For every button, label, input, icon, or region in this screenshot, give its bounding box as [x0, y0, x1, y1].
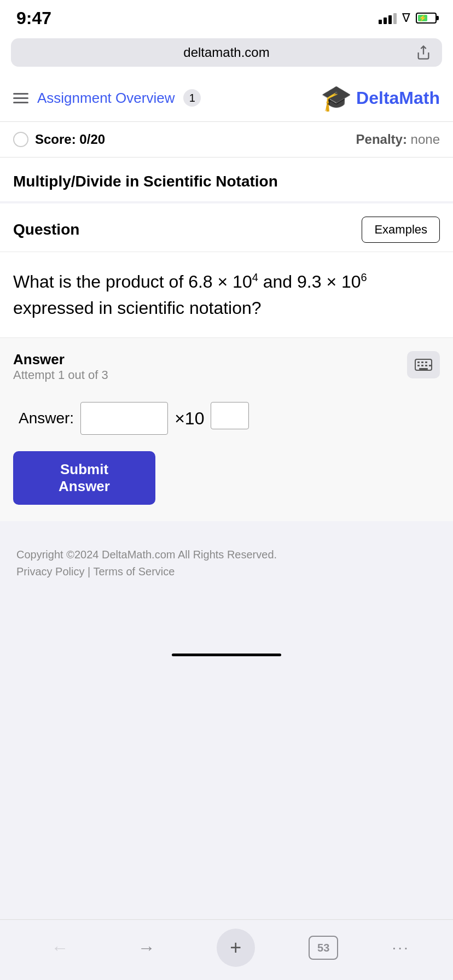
terms-of-service-link[interactable]: Terms of Service: [93, 565, 175, 578]
times-10-text: ×10: [175, 409, 204, 429]
hamburger-icon[interactable]: [13, 93, 28, 103]
question-text: What is the product of 6.8 × 104 and 9.3…: [13, 272, 367, 318]
main-content: Multiply/Divide in Scientific Notation Q…: [0, 158, 453, 649]
tab-count-button[interactable]: 53: [309, 936, 338, 960]
status-icons: ∇ ⚡: [379, 11, 437, 25]
url-text: deltamath.com: [37, 45, 416, 60]
assignment-badge: 1: [183, 89, 201, 107]
question-header: Question Examples: [0, 203, 453, 252]
keyboard-icon: [415, 359, 432, 371]
logo-text: DeltaMath: [356, 88, 440, 108]
penalty-value: none: [411, 132, 440, 147]
answer-header: Answer Attempt 1 out of 3: [13, 351, 440, 399]
svg-rect-7: [421, 365, 423, 366]
examples-button[interactable]: Examples: [362, 217, 440, 243]
footer-copyright: Copyright ©2024 DeltaMath.com All Rights…: [16, 549, 437, 561]
answer-base-input[interactable]: [80, 402, 168, 435]
logo-delta: Delta: [356, 88, 399, 108]
svg-rect-9: [429, 365, 431, 366]
question-card: Question Examples What is the product of…: [0, 203, 453, 521]
forward-button[interactable]: →: [130, 934, 162, 961]
score-text: Score: 0/20: [35, 132, 105, 147]
battery-icon: ⚡: [416, 13, 437, 24]
signal-icon: [379, 12, 397, 24]
answer-input-label: Answer:: [19, 410, 74, 427]
nav-bar: Assignment Overview 1 🎓 DeltaMath: [0, 74, 453, 122]
new-tab-button[interactable]: +: [217, 929, 255, 967]
score-circle-icon: [13, 132, 28, 147]
status-time: 9:47: [16, 8, 51, 28]
score-bar: Score: 0/20 Penalty: none: [0, 122, 453, 158]
url-bar-container: deltamath.com: [0, 33, 453, 74]
home-indicator: [172, 654, 281, 656]
back-button[interactable]: ←: [43, 934, 76, 961]
svg-rect-2: [417, 361, 420, 363]
attempt-text: Attempt 1 out of 3: [13, 368, 108, 382]
question-body: What is the product of 6.8 × 104 and 9.3…: [0, 252, 453, 338]
footer-links: Privacy Policy | Terms of Service: [16, 565, 437, 578]
answer-exponent-input[interactable]: [211, 402, 249, 429]
svg-rect-8: [425, 365, 427, 366]
topic-title: Multiply/Divide in Scientific Notation: [13, 173, 440, 190]
footer-separator: |: [88, 565, 93, 578]
penalty-label: Penalty: none: [356, 132, 440, 147]
topic-header: Multiply/Divide in Scientific Notation: [0, 158, 453, 201]
answer-input-row: Answer: ×10: [13, 402, 440, 435]
more-button[interactable]: ···: [392, 939, 409, 956]
score-left: Score: 0/20: [13, 132, 105, 147]
svg-rect-3: [421, 361, 423, 363]
answer-label: Answer: [13, 351, 108, 368]
graduation-cap-icon: 🎓: [321, 83, 352, 113]
status-bar: 9:47 ∇ ⚡: [0, 0, 453, 33]
penalty-area: Penalty: none: [356, 132, 440, 147]
svg-rect-6: [417, 365, 420, 366]
charging-icon: ⚡: [419, 14, 427, 22]
bottom-bar: ← → + 53 ···: [0, 919, 453, 980]
keyboard-button[interactable]: [407, 351, 440, 378]
logo-math: Math: [399, 88, 440, 108]
privacy-policy-link[interactable]: Privacy Policy: [16, 565, 84, 578]
answer-label-group: Answer Attempt 1 out of 3: [13, 351, 108, 399]
share-icon[interactable]: [416, 45, 431, 60]
submit-answer-button[interactable]: Submit Answer: [13, 451, 155, 505]
question-label: Question: [13, 221, 79, 238]
svg-rect-4: [425, 361, 427, 363]
svg-rect-10: [419, 368, 428, 370]
url-bar[interactable]: deltamath.com: [11, 38, 442, 67]
answer-section: Answer Attempt 1 out of 3: [0, 338, 453, 521]
wifi-icon: ∇: [402, 11, 410, 25]
footer: Copyright ©2024 DeltaMath.com All Rights…: [0, 521, 453, 594]
assignment-overview-link[interactable]: Assignment Overview: [37, 90, 175, 107]
deltamath-logo: 🎓 DeltaMath: [321, 83, 440, 113]
